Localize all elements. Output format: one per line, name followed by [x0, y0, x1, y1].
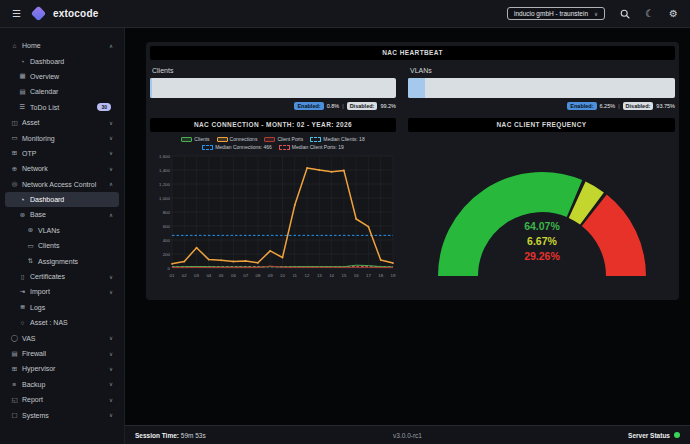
sidebar-item-label: Dashboard — [30, 196, 64, 203]
sidebar-item-vlans[interactable]: ⊛VLANs — [5, 223, 119, 238]
legend-item-median-client-ports[interactable]: Median Client Ports: 19 — [279, 144, 344, 150]
sidebar-item-dashboard[interactable]: ◔Dashboard — [5, 192, 119, 207]
base-icon: ⊚ — [18, 211, 27, 219]
otp-icon: ⊞ — [10, 149, 19, 157]
svg-text:15: 15 — [341, 273, 346, 278]
org-selector-value: inducio gmbH - traunstein — [514, 10, 588, 17]
sidebar-item-asset-nas[interactable]: ○Asset : NAS — [5, 315, 119, 330]
nac-client-frequency-header: NAC CLIENT FREQUENCY — [408, 118, 675, 132]
legend-item-median-clients[interactable]: Median Clients: 18 — [310, 136, 364, 142]
sidebar-item-label: OTP — [22, 150, 36, 157]
calendar-icon: ▤ — [18, 88, 27, 96]
svg-text:200: 200 — [163, 252, 171, 257]
sidebar-item-clients[interactable]: ▭Clients — [5, 238, 119, 253]
nac-connection-chart-panel: NAC CONNECTION - MONTH: 02 - YEAR: 2026 … — [150, 118, 396, 286]
legend-swatch-icon — [202, 145, 213, 150]
brand-logo-icon — [31, 6, 47, 22]
sidebar-item-dashboard[interactable]: ◔Dashboard — [5, 53, 119, 68]
legend-item-client-ports[interactable]: Client Ports — [264, 136, 303, 142]
sidebar-item-firewall[interactable]: ▤Firewall∨ — [5, 346, 119, 361]
svg-text:29.26%: 29.26% — [524, 250, 560, 262]
svg-text:1,200: 1,200 — [159, 182, 171, 187]
hamburger-icon[interactable]: ☰ — [12, 8, 21, 19]
legend-swatch-icon — [264, 137, 275, 142]
legend-swatch-icon — [217, 137, 228, 142]
chevron-down-icon: ∨ — [109, 289, 113, 295]
chevron-up-icon: ∧ — [109, 43, 113, 49]
connections-line-chart: 02004006008001,0001,2001,4001,6000102030… — [150, 152, 396, 284]
org-selector-dropdown[interactable]: inducio gmbH - traunstein ∨ — [507, 7, 605, 20]
sidebar-item-label: Clients — [38, 242, 59, 249]
svg-text:13: 13 — [317, 273, 322, 278]
vlans-progress-bar — [408, 78, 675, 98]
chevron-down-icon: ∨ — [109, 150, 113, 156]
sidebar-item-label: Import — [30, 288, 50, 295]
sidebar-item-import[interactable]: ⇥Import∨ — [5, 284, 119, 299]
nac-client-frequency-panel: NAC CLIENT FREQUENCY 64.07%6.67%29.26% — [408, 118, 675, 286]
sidebar-item-home[interactable]: ⌂Home∧ — [5, 38, 119, 53]
sidebar-item-network[interactable]: ⊕Network∨ — [5, 161, 119, 176]
sidebar-item-backup[interactable]: ≡Backup∨ — [5, 377, 119, 392]
vlans-enabled-value: 6.25% — [600, 103, 616, 109]
separator: | — [618, 103, 619, 109]
legend-item-connections[interactable]: Connections — [217, 136, 258, 142]
sidebar-item-systems[interactable]: ▢Systems∨ — [5, 407, 119, 422]
legend-label: Median Client Ports: 19 — [292, 144, 344, 150]
sidebar-item-vas[interactable]: ◯VAS∨ — [5, 330, 119, 345]
svg-text:1,000: 1,000 — [159, 196, 171, 201]
sidebar-item-label: Systems — [22, 412, 49, 419]
svg-text:800: 800 — [163, 210, 171, 215]
sidebar-item-base[interactable]: ⊚Base∧ — [5, 207, 119, 222]
sidebar-item-label: VLANs — [38, 227, 60, 234]
sidebar-item-label: Dashboard — [30, 58, 64, 65]
sidebar-item-overview[interactable]: ▦Overview — [5, 69, 119, 84]
logs-icon: ≣ — [18, 303, 27, 311]
sidebar-item-certificates[interactable]: ▯Certificates∨ — [5, 269, 119, 284]
legend-label: Median Connections: 466 — [215, 144, 272, 150]
svg-text:18: 18 — [378, 273, 383, 278]
nac-dashboard-panel: NAC HEARTBEAT Clients Enabled: 0.8% | Di… — [146, 42, 679, 300]
vlans-disabled-chip: Disabled: — [623, 102, 654, 110]
svg-text:6.67%: 6.67% — [527, 235, 557, 247]
overview-icon: ▦ — [18, 72, 27, 80]
legend-label: Clients — [194, 136, 209, 142]
systems-icon: ▢ — [10, 411, 19, 419]
sidebar-item-label: Logs — [30, 304, 45, 311]
legend-item-clients[interactable]: Clients — [181, 136, 209, 142]
legend-label: Client Ports — [277, 136, 303, 142]
import-icon: ⇥ — [18, 288, 27, 296]
dark-mode-moon-icon[interactable]: ☾ — [645, 9, 654, 19]
assignments-icon: ⇅ — [26, 257, 35, 265]
asset-nas-icon: ○ — [18, 319, 27, 326]
firewall-icon: ▤ — [10, 350, 19, 358]
sidebar-item-todo-list[interactable]: ☰ToDo List30 — [5, 100, 119, 115]
legend-item-median-connections[interactable]: Median Connections: 466 — [202, 144, 272, 150]
sidebar-item-logs[interactable]: ≣Logs — [5, 300, 119, 315]
clients-label: Clients — [152, 67, 396, 74]
topbar: ☰ extocode inducio gmbH - traunstein ∨ ☾… — [0, 0, 690, 28]
svg-text:07: 07 — [243, 273, 248, 278]
clients-disabled-value: 99.2% — [380, 103, 396, 109]
sidebar-item-calendar[interactable]: ▤Calendar — [5, 84, 119, 99]
svg-text:08: 08 — [255, 273, 260, 278]
vlans-icon: ⊛ — [26, 226, 35, 234]
sidebar-item-hypervisor[interactable]: ⊞Hypervisor∨ — [5, 361, 119, 376]
sidebar-item-label: Network — [22, 165, 48, 172]
nac-connection-header: NAC CONNECTION - MONTH: 02 - YEAR: 2026 — [150, 118, 396, 132]
home-icon: ⌂ — [10, 42, 19, 49]
sidebar-item-assignments[interactable]: ⇅Assignments — [5, 253, 119, 268]
sidebar: ⌂Home∧◔Dashboard▦Overview▤Calendar☰ToDo … — [0, 28, 125, 444]
sidebar-item-otp[interactable]: ⊞OTP∨ — [5, 146, 119, 161]
search-icon[interactable] — [620, 9, 630, 19]
svg-text:06: 06 — [231, 273, 236, 278]
sidebar-item-monitoring[interactable]: ▭Monitoring∨ — [5, 130, 119, 145]
chevron-down-icon: ∨ — [109, 397, 113, 403]
sidebar-item-report[interactable]: ◱Report∨ — [5, 392, 119, 407]
chevron-down-icon: ∨ — [109, 135, 113, 141]
todo-list-icon: ☰ — [18, 103, 27, 111]
sidebar-item-network-access-control[interactable]: ◎Network Access Control∧ — [5, 177, 119, 192]
settings-gear-icon[interactable]: ⚙ — [669, 9, 678, 19]
sidebar-item-asset[interactable]: ◫Asset∨ — [5, 115, 119, 130]
clients-enabled-chip: Enabled: — [294, 102, 323, 110]
status-bar: Session Time: 59m 53s v3.0.0-rc1 Server … — [125, 425, 690, 444]
